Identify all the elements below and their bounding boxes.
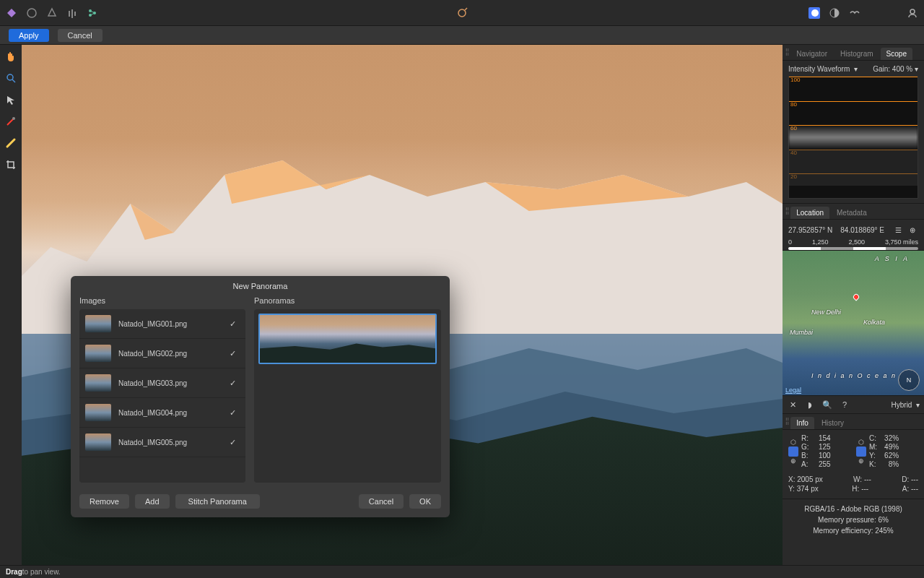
context-toolbar: Apply Cancel (0, 26, 924, 45)
eyedropper-rgb-icon[interactable] (788, 447, 798, 457)
longitude: 84.018869° E (840, 226, 884, 234)
apply-button[interactable]: Apply (9, 29, 49, 42)
tab-navigator[interactable]: Navigator (790, 48, 833, 60)
location-map[interactable]: A S I A New Delhi Kolkata Mumbai I n d i… (783, 251, 924, 395)
svg-rect-5 (74, 12, 76, 16)
svg-point-15 (910, 9, 915, 14)
persona-photo-icon[interactable] (6, 7, 17, 19)
cancel-button[interactable]: Cancel (58, 29, 103, 42)
map-layer-select[interactable]: Hybrid ▾ (892, 401, 920, 409)
view-mode-2-icon[interactable] (829, 7, 840, 19)
map-close-icon[interactable]: ✕ (787, 399, 798, 410)
panorama-preview[interactable] (258, 314, 437, 364)
tab-metadata[interactable]: Metadata (831, 207, 873, 219)
persona-export-icon[interactable] (87, 7, 98, 19)
brush-tool-icon[interactable] (456, 7, 468, 19)
add-button[interactable]: Add (135, 494, 170, 509)
status-bar: Drag to pan view. (0, 565, 924, 578)
svg-line-12 (465, 8, 467, 10)
svg-marker-0 (7, 9, 16, 17)
list-item[interactable]: Natadol_IMG001.png✓ (79, 309, 245, 339)
view-mode-1-icon[interactable] (808, 7, 820, 19)
svg-point-1 (27, 9, 36, 17)
mem-eff-label: Memory efficiency: 245% (783, 525, 924, 536)
tab-history[interactable]: History (816, 417, 850, 429)
colorspace-label: RGBA/16 - Adobe RGB (1998) (783, 504, 924, 514)
mem-pressure-label: Memory pressure: 6% (783, 514, 924, 525)
dialog-title: New Panorama (71, 276, 450, 296)
hand-tool-icon[interactable] (4, 49, 18, 64)
right-panel: ¦¦ Navigator Histogram Scope Intensity W… (783, 45, 924, 565)
list-item[interactable]: Natadol_IMG005.png✓ (79, 428, 245, 457)
svg-rect-4 (71, 9, 73, 18)
svg-line-17 (12, 79, 15, 82)
zoom-tool-icon[interactable] (4, 71, 18, 85)
panel-tabs-3: ¦¦ Info History (783, 414, 924, 430)
account-icon[interactable] (907, 7, 918, 19)
top-toolbar (0, 0, 924, 26)
map-tag-icon[interactable]: ◗ (804, 399, 816, 410)
svg-rect-3 (69, 11, 70, 17)
persona-liquify-icon[interactable] (26, 7, 38, 19)
remove-button[interactable]: Remove (79, 494, 129, 509)
persona-develop-icon[interactable] (46, 7, 58, 19)
latitude: 27.952857° N (788, 226, 832, 234)
tool-strip (0, 45, 22, 565)
tab-scope[interactable]: Scope (881, 48, 912, 60)
panel-tabs-2: ¦¦ Location Metadata (783, 204, 924, 220)
svg-line-21 (7, 139, 14, 147)
map-legal-link[interactable]: Legal (785, 387, 801, 394)
pointer-tool-icon[interactable] (4, 92, 18, 107)
tab-histogram[interactable]: Histogram (834, 48, 879, 60)
svg-point-11 (458, 9, 466, 17)
svg-point-16 (7, 74, 13, 80)
svg-point-13 (811, 9, 819, 17)
locate-icon[interactable]: ⊕ (907, 224, 918, 236)
tab-location[interactable]: Location (790, 207, 829, 219)
svg-marker-18 (7, 96, 14, 105)
blemish-tool-icon[interactable] (4, 136, 18, 150)
crop-tool-icon[interactable] (4, 158, 18, 172)
panoramas-list[interactable] (254, 309, 441, 483)
scope-mode-select[interactable]: Intensity Waveform ▾ (788, 65, 858, 73)
redeye-tool-icon[interactable] (4, 114, 18, 129)
map-help-icon[interactable]: ? (839, 399, 850, 410)
stitch-panorama-button[interactable]: Stitch Panorama (175, 494, 260, 509)
tab-info[interactable]: Info (790, 417, 814, 429)
persona-tone-icon[interactable] (66, 7, 78, 19)
dialog-ok-button[interactable]: OK (409, 494, 441, 509)
images-list[interactable]: Natadol_IMG001.png✓ Natadol_IMG002.png✓ … (79, 309, 245, 483)
svg-marker-2 (48, 9, 56, 16)
list-item[interactable]: Natadol_IMG002.png✓ (79, 339, 245, 368)
list-item[interactable]: Natadol_IMG003.png✓ (79, 368, 245, 398)
compass-icon: N (898, 369, 920, 391)
map-search-icon[interactable]: 🔍 (821, 399, 833, 410)
panel-tabs-1: ¦¦ Navigator Histogram Scope (783, 45, 924, 61)
list-item[interactable]: Natadol_IMG004.png✓ (79, 398, 245, 428)
new-panorama-dialog: New Panorama Images Natadol_IMG001.png✓ … (71, 276, 450, 517)
dialog-cancel-button[interactable]: Cancel (359, 494, 404, 509)
map-pin (852, 293, 860, 301)
eyedropper-cmyk-icon[interactable] (856, 447, 866, 457)
list-icon[interactable]: ☰ (892, 224, 904, 236)
intensity-waveform: 100 80 60 40 20 (788, 76, 918, 199)
view-mode-3-icon[interactable] (849, 7, 860, 19)
svg-point-20 (12, 117, 15, 120)
